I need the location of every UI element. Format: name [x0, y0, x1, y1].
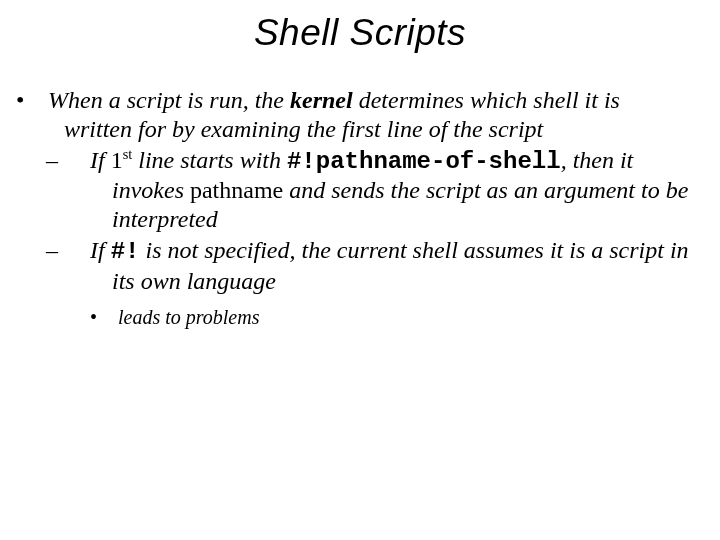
text: line starts with	[132, 147, 287, 173]
dash-icon: –	[68, 146, 90, 175]
text: 1	[111, 147, 123, 173]
text: If	[90, 237, 111, 263]
text: If	[90, 147, 111, 173]
bold-text: kernel	[290, 87, 353, 113]
code-text: #!	[111, 238, 140, 265]
bullet-level-1: •When a script is run, the kernel determ…	[48, 86, 692, 144]
bullet-icon: •	[104, 306, 118, 329]
bullet-level-2: –If #! is not specified, the current she…	[90, 236, 692, 296]
text: pathname	[190, 177, 283, 203]
text: When a script is run, the	[48, 87, 290, 113]
slide: Shell Scripts •When a script is run, the…	[0, 0, 720, 329]
superscript: st	[123, 146, 133, 162]
bullet-level-3: •leads to problems	[118, 306, 692, 329]
dash-icon: –	[68, 236, 90, 265]
bullet-level-2: –If 1st line starts with #!pathname-of-s…	[90, 146, 692, 234]
bullet-icon: •	[32, 86, 48, 115]
code-text: #!pathname-of-shell	[287, 148, 561, 175]
slide-title: Shell Scripts	[28, 12, 692, 54]
text: leads to problems	[118, 306, 259, 328]
text: is not specified, the current shell assu…	[112, 237, 689, 294]
